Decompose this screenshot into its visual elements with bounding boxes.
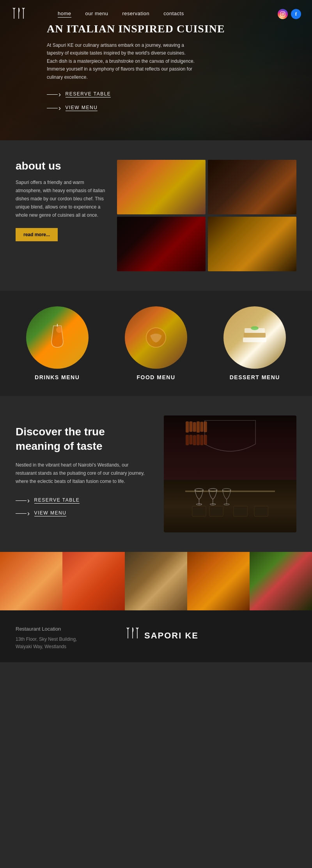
menu-item-dessert[interactable]: DESSERT MENU: [223, 306, 286, 380]
svg-rect-11: [243, 338, 266, 342]
svg-rect-24: [197, 435, 199, 445]
svg-point-8: [56, 327, 62, 333]
nav-links: home our menu reservation contacts: [58, 11, 278, 18]
hero-description: At Sapuri KE our culinary artisans embar…: [47, 41, 195, 81]
discover-left: Discover the true meaning of taste Nestl…: [16, 425, 148, 523]
nav-reservation[interactable]: reservation: [122, 11, 149, 18]
about-left: about us Sapuri offers a friendly and wa…: [16, 160, 117, 241]
about-section: about us Sapuri offers a friendly and wa…: [0, 140, 312, 291]
view-menu-label: VIEW MENU: [66, 105, 98, 111]
menu-arrow-icon: [47, 104, 62, 112]
discover-reserve-arrow-icon: [16, 497, 30, 505]
nav-menu[interactable]: our menu: [85, 11, 108, 18]
svg-rect-39: [234, 506, 247, 517]
svg-rect-15: [186, 421, 188, 432]
svg-rect-12: [244, 333, 266, 338]
svg-rect-17: [193, 422, 196, 431]
food-image-3: [117, 217, 206, 271]
svg-rect-40: [254, 506, 268, 517]
drinks-circle: [26, 306, 89, 369]
svg-rect-20: [204, 421, 207, 432]
svg-rect-38: [209, 506, 223, 517]
food-image-2: [208, 160, 296, 214]
discover-menu-label: VIEW MENU: [34, 510, 67, 516]
reserve-table-button[interactable]: RESERVE TABLE: [47, 90, 111, 99]
gallery-image-1: [0, 552, 62, 610]
svg-rect-18: [197, 421, 199, 432]
dessert-circle: [223, 306, 286, 369]
discover-text: Nestled in the vibrant heart of Nairobi'…: [16, 461, 148, 486]
menu-item-drinks[interactable]: DRINKS MENU: [26, 306, 89, 380]
svg-rect-22: [190, 435, 192, 444]
discover-title: Discover the true meaning of taste: [16, 425, 148, 453]
social-icons: f: [278, 9, 301, 19]
footer-address: 13th Floor, Sky Nest Building,Waiyaki Wa…: [16, 636, 101, 651]
reserve-arrow-icon: [47, 90, 62, 99]
gallery-strip: [0, 552, 312, 610]
footer: Restaurant Location 13th Floor, Sky Nest…: [0, 610, 312, 662]
svg-rect-25: [200, 435, 203, 445]
menu-section: DRINKS MENU FOOD MENU DESSERT MENU: [0, 291, 312, 396]
logo[interactable]: [11, 5, 58, 23]
svg-rect-5: [280, 12, 285, 16]
discover-reserve-button[interactable]: RESERVE TABLE: [16, 497, 80, 505]
svg-rect-26: [204, 435, 207, 445]
gallery-image-5: [250, 552, 312, 610]
bar-image: [164, 415, 296, 532]
food-circle: [125, 306, 187, 369]
nav-contacts[interactable]: contacts: [163, 11, 184, 18]
footer-location-label: Restaurant Location: [16, 626, 101, 632]
about-images: [117, 160, 296, 271]
drinks-menu-label: DRINKS MENU: [35, 374, 80, 380]
food-image-1: [117, 160, 206, 214]
discover-reserve-label: RESERVE TABLE: [34, 497, 80, 504]
facebook-icon[interactable]: f: [291, 9, 301, 19]
reserve-label: RESERVE TABLE: [66, 91, 111, 97]
nav-home[interactable]: home: [58, 11, 71, 18]
svg-point-6: [282, 13, 284, 15]
navbar: home our menu reservation contacts f: [0, 0, 312, 28]
gallery-image-2: [62, 552, 125, 610]
svg-point-14: [251, 326, 259, 330]
discover-right: [164, 415, 296, 532]
svg-rect-37: [192, 506, 206, 517]
food-image-4: [208, 217, 296, 271]
footer-location: Restaurant Location 13th Floor, Sky Nest…: [16, 626, 101, 651]
svg-point-7: [284, 12, 284, 13]
food-menu-label: FOOD MENU: [136, 374, 175, 380]
discover-menu-button[interactable]: VIEW MENU: [16, 509, 66, 518]
menu-item-food[interactable]: FOOD MENU: [125, 306, 187, 380]
dessert-menu-label: DESSERT MENU: [230, 374, 280, 380]
footer-logo-text: SAPORI KE: [144, 631, 199, 641]
view-menu-button[interactable]: VIEW MENU: [47, 104, 98, 112]
gallery-image-4: [187, 552, 250, 610]
gallery-image-3: [125, 552, 187, 610]
svg-rect-16: [190, 421, 192, 431]
svg-rect-21: [186, 435, 188, 445]
discover-menu-arrow-icon: [16, 509, 30, 518]
read-more-button[interactable]: read more...: [16, 228, 58, 241]
about-text: Sapuri offers a friendly and warm atmosp…: [16, 179, 105, 219]
about-title: about us: [16, 160, 105, 172]
discover-section: Discover the true meaning of taste Nestl…: [0, 396, 312, 552]
footer-logo: SAPORI KE: [125, 626, 199, 645]
svg-rect-23: [193, 435, 196, 445]
instagram-icon[interactable]: [278, 9, 288, 19]
svg-rect-19: [200, 422, 203, 431]
